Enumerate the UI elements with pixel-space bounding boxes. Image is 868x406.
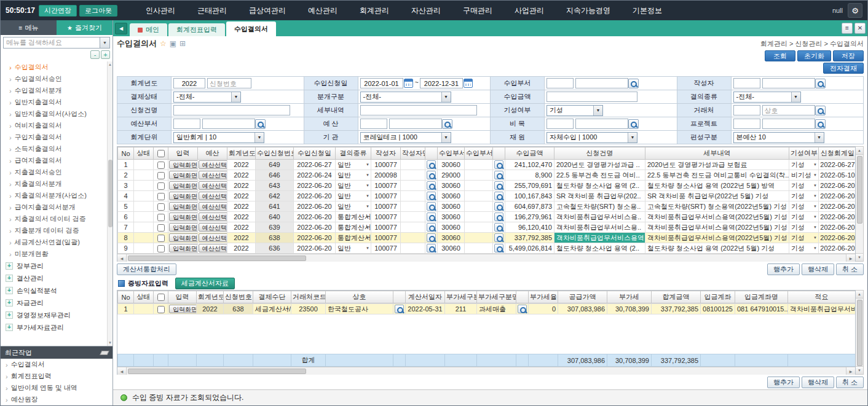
scroll-thumb[interactable]	[128, 256, 306, 261]
topbar-menu-item[interactable]: 자산관리	[411, 6, 441, 16]
topbar-menu-item[interactable]: 구매관리	[463, 6, 492, 16]
sidebar-menu-item[interactable]: ›지출결의서 데이터 검증	[1, 213, 107, 225]
grid1-delete-row-button[interactable]: 행삭제	[802, 264, 834, 275]
sidebar-menu-group[interactable]: +장부관리	[1, 260, 107, 272]
input-screen-button[interactable]: 입력화면	[169, 160, 198, 169]
row-checkbox[interactable]	[157, 245, 165, 252]
decision-type-dropdown[interactable]: 일반▼	[336, 243, 371, 254]
sidebar-menu-item[interactable]: ›지출결의서승인	[1, 166, 107, 178]
sidebar-tab-favorites[interactable]: ★ 즐겨찾기	[57, 20, 112, 35]
sidebar-menu-item[interactable]: ›구입지출결의서	[1, 131, 107, 143]
scroll-up-icon[interactable]: ▲	[108, 61, 112, 68]
clear-recent-icon[interactable]	[100, 351, 109, 355]
search-icon[interactable]	[255, 119, 266, 129]
grid-row[interactable]: 9입력화면예산선택20226362022-06-20일반▼10007730060…	[118, 243, 856, 254]
search-icon[interactable]	[427, 244, 436, 252]
grid2-cancel-button[interactable]: 취 소	[836, 377, 864, 388]
row-checkbox[interactable]	[157, 306, 165, 313]
scroll-up-button[interactable]: ▲	[856, 291, 863, 299]
chevron-down-icon[interactable]: ▼	[100, 37, 109, 48]
topbar-menu-item[interactable]: 기본정보	[633, 6, 662, 16]
scroll-thumb[interactable]	[857, 300, 862, 366]
recent-work-item[interactable]: ›회계전표입력	[1, 370, 112, 382]
logout-button[interactable]: 로그아웃	[79, 5, 117, 17]
grid1-cancel-button[interactable]: 취 소	[836, 264, 864, 275]
decision-type-dropdown[interactable]: 일반▼	[336, 201, 371, 212]
recent-work-item[interactable]: ›수입결의서	[1, 359, 112, 370]
sidebar-scrollbar[interactable]: ▲ ▼	[107, 61, 112, 346]
scroll-left-button[interactable]: ◀	[117, 367, 127, 375]
scroll-thumb[interactable]	[108, 160, 112, 227]
detail-input[interactable]	[360, 105, 477, 115]
search-icon[interactable]	[427, 181, 436, 190]
topbar-menu-item[interactable]: 예산관리	[308, 6, 337, 16]
grid-row[interactable]: 8입력화면예산선택20226382022-06-20통합계산서▼10007730…	[118, 233, 856, 243]
sidebar-menu-item[interactable]: ›급여지출결의서분개	[1, 201, 107, 213]
search-icon[interactable]	[494, 181, 503, 190]
input-screen-button[interactable]: 입력화면	[169, 171, 198, 179]
journal-type-select[interactable]: -전체-▼	[360, 92, 451, 103]
scroll-down-button[interactable]: ▼	[856, 366, 863, 374]
search-icon[interactable]	[427, 160, 436, 169]
row-checkbox[interactable]	[157, 203, 165, 211]
scroll-down-icon[interactable]: ▼	[108, 340, 112, 346]
vertical-scrollbar[interactable]: ▲ ▼	[856, 146, 864, 262]
menu-search-combobox[interactable]: 메뉴를 검색하세요 ▼	[3, 37, 110, 49]
row-checkbox[interactable]	[157, 193, 165, 200]
row-checkbox[interactable]	[157, 172, 165, 179]
grid-row[interactable]: 3입력화면예산선택20226432022-06-20일반▼10007730060…	[118, 181, 856, 191]
grid-row[interactable]: 1입력화면예산선택20226492022-06-27일반▼10007730060…	[118, 160, 856, 170]
search-icon[interactable]	[494, 192, 503, 200]
org-select[interactable]: 코레일테크 | 1000▼	[360, 132, 451, 143]
gisung-dropdown[interactable]: 비기성▼	[789, 170, 819, 181]
row-checkbox[interactable]	[157, 162, 165, 169]
horizontal-scrollbar[interactable]: ◀ ▶	[117, 367, 855, 375]
gisung-select[interactable]: 기성▼	[546, 105, 603, 116]
sidebar-menu-group[interactable]: +부가세자료관리	[1, 321, 107, 334]
plan-select[interactable]: 본예산 10▼	[733, 132, 824, 143]
gisung-dropdown[interactable]: 기성▼	[789, 160, 819, 170]
decision-type-dropdown[interactable]: 통합계산서▼	[336, 222, 371, 233]
gisung-dropdown[interactable]: 기성▼	[789, 222, 819, 233]
scroll-thumb[interactable]	[128, 369, 306, 374]
writer-code-input[interactable]	[733, 78, 760, 88]
input-screen-button[interactable]: 입력화면	[169, 213, 198, 221]
search-button[interactable]: 조회	[765, 50, 795, 61]
scroll-right-button[interactable]: ▶	[846, 367, 855, 375]
sidebar-menu-item[interactable]: ›일반지출결의서	[1, 96, 107, 108]
sidebar-menu-group[interactable]: +결산관리	[1, 272, 107, 284]
search-icon[interactable]	[427, 202, 436, 211]
budget-select-button[interactable]: 예산선택	[199, 213, 227, 221]
decision-type-dropdown[interactable]: 일반▼	[336, 191, 371, 201]
save-button[interactable]: 저장	[833, 50, 864, 61]
gisung-dropdown[interactable]: 기성▼	[789, 243, 819, 254]
topbar-menu-item[interactable]: 회계관리	[360, 6, 389, 16]
project-code-input[interactable]	[733, 119, 760, 129]
decision-type-dropdown[interactable]: 일반▼	[336, 160, 371, 170]
sidebar-menu-item[interactable]: ›미분개현황	[1, 248, 107, 260]
date-to-input[interactable]	[420, 78, 463, 88]
topbar-menu-item[interactable]: 근태관리	[197, 6, 227, 16]
settings-button[interactable]: ⚙	[848, 3, 862, 18]
select-all-checkbox[interactable]	[157, 294, 165, 301]
grid-row[interactable]: 5입력화면예산선택20226412022-06-20일반▼10007730060…	[118, 201, 856, 212]
fiscal-year-input[interactable]	[173, 78, 205, 88]
search-icon[interactable]	[427, 233, 436, 242]
search-icon[interactable]	[395, 305, 404, 313]
extend-time-button[interactable]: 시간연장	[39, 5, 77, 17]
fund-select[interactable]: 자체수입 | 1000▼	[546, 132, 637, 143]
income-dept-code-input[interactable]	[546, 78, 574, 88]
recent-work-item[interactable]: ›예산원장	[1, 394, 112, 405]
decision-type-dropdown[interactable]: 일반▼	[336, 181, 371, 191]
collapse-all-button[interactable]: -	[90, 50, 100, 59]
sidebar-tab-menu[interactable]: ≡ 메뉴	[1, 20, 57, 35]
gisung-dropdown[interactable]: 기성▼	[789, 201, 819, 212]
row-checkbox[interactable]	[157, 224, 165, 232]
input-screen-button[interactable]: 입력화면	[169, 192, 198, 200]
e-approval-button[interactable]: 전자결재	[823, 63, 864, 74]
decision-type-select[interactable]: -전체-▼	[733, 92, 801, 103]
writer-name-input[interactable]	[762, 78, 815, 88]
input-screen-button[interactable]: 입력화면	[169, 223, 198, 232]
search-icon[interactable]	[815, 106, 826, 115]
window-menu-button[interactable]: ≡	[842, 23, 853, 34]
